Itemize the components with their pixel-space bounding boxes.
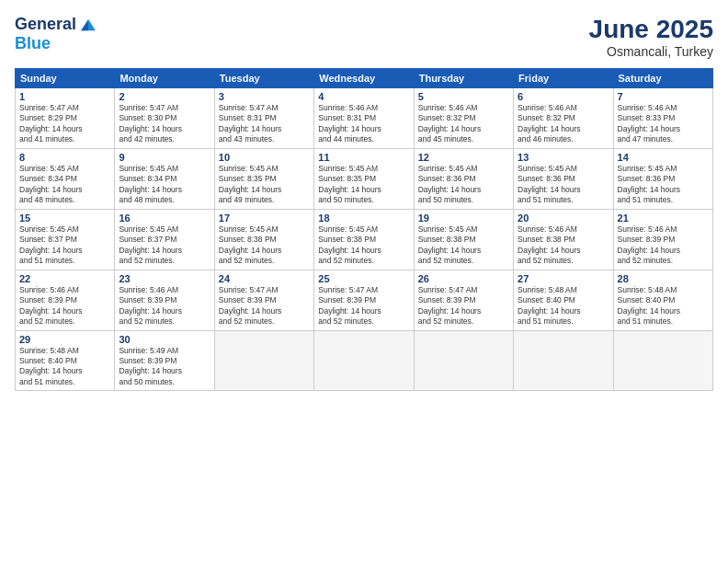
day-info: Sunrise: 5:46 AMSunset: 8:32 PMDaylight:… — [518, 103, 609, 145]
table-row: 12Sunrise: 5:45 AMSunset: 8:36 PMDayligh… — [414, 148, 513, 209]
day-info: Sunrise: 5:45 AMSunset: 8:34 PMDaylight:… — [119, 164, 210, 206]
table-row: 22Sunrise: 5:46 AMSunset: 8:39 PMDayligh… — [16, 270, 115, 330]
table-row — [613, 330, 712, 391]
day-info: Sunrise: 5:48 AMSunset: 8:40 PMDaylight:… — [518, 285, 609, 327]
day-info: Sunrise: 5:46 AMSunset: 8:39 PMDaylight:… — [119, 285, 210, 327]
table-row: 6Sunrise: 5:46 AMSunset: 8:32 PMDaylight… — [514, 88, 613, 149]
table-row — [314, 330, 414, 391]
table-row: 29Sunrise: 5:48 AMSunset: 8:40 PMDayligh… — [16, 330, 115, 391]
page: General Blue June 2025 Osmancali, Turkey… — [0, 0, 728, 563]
table-row: 15Sunrise: 5:45 AMSunset: 8:37 PMDayligh… — [16, 209, 115, 270]
day-info: Sunrise: 5:46 AMSunset: 8:32 PMDaylight:… — [418, 103, 509, 145]
header-sunday: Sunday — [16, 69, 115, 88]
table-row: 16Sunrise: 5:45 AMSunset: 8:37 PMDayligh… — [115, 209, 214, 270]
day-number: 28 — [618, 273, 709, 284]
table-row: 2Sunrise: 5:47 AMSunset: 8:30 PMDaylight… — [115, 88, 214, 149]
day-number: 2 — [119, 91, 210, 102]
table-row: 11Sunrise: 5:45 AMSunset: 8:35 PMDayligh… — [314, 148, 414, 209]
header-friday: Friday — [514, 69, 613, 88]
day-info: Sunrise: 5:48 AMSunset: 8:40 PMDaylight:… — [618, 285, 709, 327]
table-row: 9Sunrise: 5:45 AMSunset: 8:34 PMDaylight… — [115, 148, 214, 209]
table-row: 21Sunrise: 5:46 AMSunset: 8:39 PMDayligh… — [613, 209, 712, 270]
table-row: 26Sunrise: 5:47 AMSunset: 8:39 PMDayligh… — [414, 270, 513, 330]
logo-icon — [78, 15, 98, 35]
day-info: Sunrise: 5:46 AMSunset: 8:33 PMDaylight:… — [618, 103, 709, 145]
day-info: Sunrise: 5:46 AMSunset: 8:31 PMDaylight:… — [318, 103, 409, 145]
day-info: Sunrise: 5:45 AMSunset: 8:36 PMDaylight:… — [418, 164, 509, 206]
table-row: 3Sunrise: 5:47 AMSunset: 8:31 PMDaylight… — [214, 88, 313, 149]
table-row: 24Sunrise: 5:47 AMSunset: 8:39 PMDayligh… — [214, 270, 313, 330]
day-number: 27 — [518, 273, 609, 284]
table-row: 30Sunrise: 5:49 AMSunset: 8:39 PMDayligh… — [115, 330, 214, 391]
calendar-row-3: 15Sunrise: 5:45 AMSunset: 8:37 PMDayligh… — [16, 209, 713, 270]
day-number: 21 — [618, 213, 709, 224]
day-info: Sunrise: 5:45 AMSunset: 8:38 PMDaylight:… — [318, 224, 409, 267]
table-row: 14Sunrise: 5:45 AMSunset: 8:36 PMDayligh… — [613, 148, 712, 209]
calendar-table: Sunday Monday Tuesday Wednesday Thursday… — [15, 68, 713, 391]
day-info: Sunrise: 5:45 AMSunset: 8:37 PMDaylight:… — [19, 224, 110, 267]
day-info: Sunrise: 5:45 AMSunset: 8:35 PMDaylight:… — [318, 164, 409, 206]
table-row: 1Sunrise: 5:47 AMSunset: 8:29 PMDaylight… — [16, 88, 115, 149]
table-row: 13Sunrise: 5:45 AMSunset: 8:36 PMDayligh… — [514, 148, 613, 209]
table-row: 5Sunrise: 5:46 AMSunset: 8:32 PMDaylight… — [414, 88, 513, 149]
table-row: 19Sunrise: 5:45 AMSunset: 8:38 PMDayligh… — [414, 209, 513, 270]
day-number: 14 — [618, 152, 709, 163]
day-info: Sunrise: 5:45 AMSunset: 8:38 PMDaylight:… — [219, 224, 310, 267]
day-number: 13 — [518, 152, 609, 163]
day-number: 12 — [418, 152, 509, 163]
day-info: Sunrise: 5:47 AMSunset: 8:39 PMDaylight:… — [418, 285, 509, 327]
day-info: Sunrise: 5:47 AMSunset: 8:31 PMDaylight:… — [219, 103, 310, 145]
calendar-title: June 2025 — [589, 15, 713, 44]
table-row: 28Sunrise: 5:48 AMSunset: 8:40 PMDayligh… — [613, 270, 712, 330]
day-info: Sunrise: 5:47 AMSunset: 8:29 PMDaylight:… — [19, 103, 110, 145]
day-number: 16 — [119, 213, 210, 224]
day-info: Sunrise: 5:45 AMSunset: 8:36 PMDaylight:… — [518, 164, 609, 206]
header-wednesday: Wednesday — [314, 69, 414, 88]
table-row: 17Sunrise: 5:45 AMSunset: 8:38 PMDayligh… — [214, 209, 313, 270]
day-number: 3 — [219, 91, 310, 102]
day-info: Sunrise: 5:47 AMSunset: 8:30 PMDaylight:… — [119, 103, 210, 145]
day-number: 30 — [119, 334, 210, 345]
table-row: 4Sunrise: 5:46 AMSunset: 8:31 PMDaylight… — [314, 88, 414, 149]
table-row: 20Sunrise: 5:46 AMSunset: 8:38 PMDayligh… — [514, 209, 613, 270]
logo-text: General Blue — [15, 15, 98, 53]
day-number: 6 — [518, 91, 609, 102]
header-tuesday: Tuesday — [214, 69, 313, 88]
table-row: 8Sunrise: 5:45 AMSunset: 8:34 PMDaylight… — [16, 148, 115, 209]
table-row: 18Sunrise: 5:45 AMSunset: 8:38 PMDayligh… — [314, 209, 414, 270]
calendar-row-1: 1Sunrise: 5:47 AMSunset: 8:29 PMDaylight… — [16, 88, 713, 149]
day-number: 24 — [219, 273, 310, 284]
calendar-row-5: 29Sunrise: 5:48 AMSunset: 8:40 PMDayligh… — [16, 330, 713, 391]
title-block: June 2025 Osmancali, Turkey — [589, 15, 713, 59]
day-number: 5 — [418, 91, 509, 102]
table-row: 25Sunrise: 5:47 AMSunset: 8:39 PMDayligh… — [314, 270, 414, 330]
day-number: 1 — [19, 91, 110, 102]
day-number: 23 — [119, 273, 210, 284]
day-number: 20 — [518, 213, 609, 224]
logo: General Blue — [15, 15, 98, 53]
calendar-row-4: 22Sunrise: 5:46 AMSunset: 8:39 PMDayligh… — [16, 270, 713, 330]
day-info: Sunrise: 5:47 AMSunset: 8:39 PMDaylight:… — [219, 285, 310, 327]
header-monday: Monday — [115, 69, 214, 88]
day-number: 22 — [19, 273, 110, 284]
day-number: 15 — [19, 213, 110, 224]
table-row — [514, 330, 613, 391]
table-row: 10Sunrise: 5:45 AMSunset: 8:35 PMDayligh… — [214, 148, 313, 209]
table-row: 7Sunrise: 5:46 AMSunset: 8:33 PMDaylight… — [613, 88, 712, 149]
table-row: 23Sunrise: 5:46 AMSunset: 8:39 PMDayligh… — [115, 270, 214, 330]
table-row: 27Sunrise: 5:48 AMSunset: 8:40 PMDayligh… — [514, 270, 613, 330]
day-info: Sunrise: 5:45 AMSunset: 8:38 PMDaylight:… — [418, 224, 509, 267]
header-saturday: Saturday — [613, 69, 712, 88]
header: General Blue June 2025 Osmancali, Turkey — [15, 15, 713, 59]
day-number: 19 — [418, 213, 509, 224]
day-number: 9 — [119, 152, 210, 163]
day-info: Sunrise: 5:49 AMSunset: 8:39 PMDaylight:… — [119, 346, 210, 388]
day-number: 17 — [219, 213, 310, 224]
day-number: 7 — [618, 91, 709, 102]
day-number: 29 — [19, 334, 110, 345]
day-info: Sunrise: 5:47 AMSunset: 8:39 PMDaylight:… — [318, 285, 409, 327]
weekday-header-row: Sunday Monday Tuesday Wednesday Thursday… — [16, 69, 713, 88]
calendar-row-2: 8Sunrise: 5:45 AMSunset: 8:34 PMDaylight… — [16, 148, 713, 209]
day-number: 10 — [219, 152, 310, 163]
day-number: 4 — [318, 91, 409, 102]
